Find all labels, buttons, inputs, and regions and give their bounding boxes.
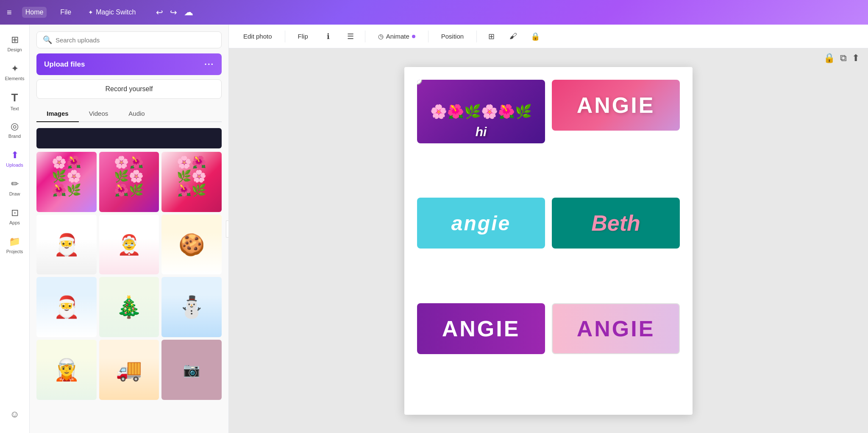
design-card-beth-teal[interactable]: Beth	[552, 198, 680, 249]
animate-icon: ◷	[378, 33, 384, 40]
sidebar-label-text: Text	[10, 106, 19, 111]
canvas-area: 🔒 ⧉ ⬆ 🌸🌺🌿🌸🌺🌿 hi ✛ ANGIE angie	[229, 48, 868, 433]
design-icon: ⊞	[11, 34, 19, 45]
search-box: 🔍	[36, 31, 222, 48]
search-input[interactable]	[56, 36, 215, 44]
sidebar-label-brand: Brand	[8, 134, 21, 139]
sidebar-item-projects[interactable]: 📁 Projects	[2, 232, 28, 259]
image-thumb-santa1[interactable]: 🎅	[36, 215, 97, 275]
search-icon: 🔍	[43, 35, 52, 45]
design-card-angie-pink[interactable]: ANGIE	[552, 80, 680, 131]
grid-icon[interactable]: ⊞	[484, 29, 499, 44]
sidebar-label-draw: Draw	[9, 191, 20, 196]
text-icon: T	[11, 91, 18, 104]
position-label: Position	[441, 33, 464, 40]
topbar-actions: ↩ ↪ ☁	[156, 7, 193, 18]
corner-icons: 🔒 ⧉ ⬆	[823, 53, 860, 64]
apps-icon: ⊡	[11, 207, 19, 218]
image-thumb-tree[interactable]: 🎄	[99, 277, 159, 337]
brand-icon: ◎	[11, 121, 19, 132]
toolbar-separator-2	[365, 31, 365, 42]
toolbar-separator-4	[476, 31, 477, 42]
menu-lines-icon[interactable]: ☰	[343, 29, 358, 44]
angie-pink-label: ANGIE	[577, 92, 655, 118]
upload-files-label: Upload files	[44, 60, 85, 69]
image-thumb-snowman[interactable]: ⛄	[161, 277, 222, 337]
image-thumb-floral3[interactable]: 🌸🌺🌿🌸🌺🌿	[161, 152, 222, 212]
topbar: ≡ Home File Magic Switch ↩ ↪ ☁	[0, 0, 868, 25]
tab-audio[interactable]: Audio	[118, 106, 155, 122]
uploads-icon: ⬆	[11, 150, 19, 161]
animate-button[interactable]: ◷ Animate	[372, 30, 421, 43]
draw-icon: ✏	[11, 179, 19, 190]
image-thumb-santa3[interactable]: 🎅	[36, 277, 97, 337]
sidebar-item-profile[interactable]: ☺	[2, 401, 28, 428]
panel-collapse-handle[interactable]: ‹	[226, 221, 229, 237]
cloud-save-icon[interactable]: ☁	[184, 7, 193, 18]
info-icon[interactable]: ℹ	[321, 29, 336, 44]
undo-icon[interactable]: ↩	[156, 7, 163, 17]
sidebar-item-uploads[interactable]: ⬆ Uploads	[2, 145, 28, 172]
toolbar-separator-1	[285, 31, 285, 42]
sidebar-item-draw[interactable]: ✏ Draw	[2, 174, 28, 201]
beth-teal-label: Beth	[591, 210, 640, 236]
profile-icon: ☺	[10, 409, 19, 420]
flip-button[interactable]: Flip	[292, 30, 314, 43]
sidebar-item-brand[interactable]: ◎ Brand	[2, 116, 28, 143]
sidebar-item-apps[interactable]: ⊡ Apps	[2, 203, 28, 230]
sidebar-label-uploads: Uploads	[6, 162, 23, 168]
design-card-floral[interactable]: 🌸🌺🌿🌸🌺🌿 hi ✛	[417, 80, 545, 143]
animate-active-dot	[412, 35, 415, 38]
nav-file[interactable]: File	[57, 7, 75, 18]
upload-more-icon[interactable]: ···	[204, 59, 214, 69]
design-grid: 🌸🌺🌿🌸🌺🌿 hi ✛ ANGIE angie Beth AN	[417, 80, 680, 402]
angie-light-label: ANGIE	[577, 316, 655, 341]
image-thumb-truck[interactable]: 🚚	[99, 340, 159, 400]
media-tabs: Images Videos Audio	[36, 106, 222, 122]
tab-videos[interactable]: Videos	[79, 106, 119, 122]
sidebar-item-design[interactable]: ⊞ Design	[2, 30, 28, 57]
floral-text: hi	[476, 125, 487, 139]
canvas-page: 🌸🌺🌿🌸🌺🌿 hi ✛ ANGIE angie Beth AN	[404, 67, 693, 415]
left-sidebar: ⊞ Design ✦ Elements T Text ◎ Brand ⬆ Upl…	[0, 25, 30, 433]
upload-files-button[interactable]: Upload files ···	[36, 53, 222, 75]
tab-images[interactable]: Images	[36, 106, 79, 122]
projects-icon: 📁	[9, 236, 20, 247]
toolbar-separator-3	[428, 31, 428, 42]
record-yourself-button[interactable]: Record yourself	[36, 79, 222, 99]
sidebar-item-text[interactable]: T Text	[2, 87, 28, 115]
position-button[interactable]: Position	[435, 30, 470, 43]
eyedropper-icon[interactable]: 🖌	[506, 29, 521, 44]
nav-home[interactable]: Home	[22, 7, 47, 18]
record-yourself-label: Record yourself	[105, 85, 153, 93]
design-card-angie-teal[interactable]: angie	[417, 198, 545, 249]
sidebar-label-design: Design	[7, 47, 22, 52]
redo-icon[interactable]: ↪	[170, 7, 177, 17]
image-thumb-gingerbread[interactable]: 🍪	[161, 215, 222, 275]
sidebar-label-apps: Apps	[9, 220, 20, 225]
design-card-angie-purple[interactable]: ANGIE	[417, 303, 545, 354]
image-thumb-santa2[interactable]: 🤶	[99, 215, 159, 275]
angie-teal-label: angie	[451, 212, 511, 235]
image-thumb-floral2[interactable]: 🌸🌺🌿🌸🌺🌿	[99, 152, 159, 212]
editor-toolbar: Edit photo Flip ℹ ☰ ◷ Animate Position ⊞…	[229, 25, 868, 48]
lock-corner-icon[interactable]: 🔒	[823, 53, 835, 64]
magic-switch-btn[interactable]: Magic Switch	[85, 7, 139, 18]
image-thumb-photo[interactable]: 📷	[161, 340, 222, 400]
sidebar-label-elements: Elements	[5, 76, 25, 81]
image-thumb-floral1[interactable]: 🌸🌺🌿🌸🌺🌿	[36, 152, 97, 212]
export-corner-icon[interactable]: ⬆	[852, 53, 860, 64]
edit-photo-button[interactable]: Edit photo	[237, 30, 278, 43]
edit-photo-label: Edit photo	[243, 33, 272, 40]
duplicate-corner-icon[interactable]: ⧉	[840, 53, 847, 64]
image-thumb-gnome[interactable]: 🧝	[36, 340, 97, 400]
angie-purple-label: ANGIE	[442, 316, 520, 341]
lock-icon[interactable]: 🔒	[528, 29, 543, 44]
sidebar-label-projects: Projects	[6, 249, 23, 254]
flip-label: Flip	[298, 33, 308, 40]
menu-icon[interactable]: ≡	[7, 8, 12, 17]
design-card-angie-light[interactable]: ANGIE	[552, 303, 680, 354]
image-grid: 🌸🌺🌿🌸🌺🌿 🌸🌺🌿🌸🌺🌿 🌸🌺🌿🌸🌺🌿 🎅 🤶 🍪 🎅 🎄 ⛄ 🧝 🚚 📷	[36, 152, 222, 400]
dark-header-strip	[36, 128, 222, 148]
sidebar-item-elements[interactable]: ✦ Elements	[2, 59, 28, 86]
